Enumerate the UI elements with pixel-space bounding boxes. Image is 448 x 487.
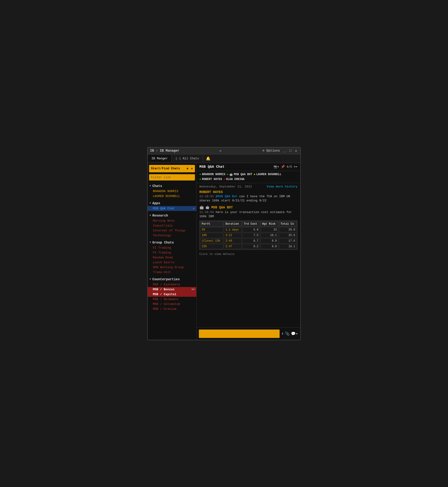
- sidebar-item-technology[interactable]: Technology: [148, 233, 196, 238]
- sidebar-item-spw-working-group[interactable]: SPW Working Group: [148, 265, 196, 270]
- section-header-apps[interactable]: ▼ Apps: [148, 200, 196, 206]
- participant-olga: ● OLGA ERKINA: [224, 178, 244, 181]
- cell-dur-2: 2:49: [224, 238, 242, 243]
- col-header-duration: Duration: [224, 221, 242, 227]
- cell-wgt-3: 8.8: [261, 244, 279, 249]
- section-header-research[interactable]: ▼ Research: [148, 213, 196, 218]
- cell-part-1: 10%: [200, 233, 223, 238]
- section-header-counterparties[interactable]: ▼ Counterparties: [148, 277, 196, 282]
- main-window: IB - IB Manager ⇔ ≡ Options _ □ ✕ IB Man…: [147, 147, 301, 340]
- status-dot-bot: ●: [227, 173, 228, 176]
- chat-date: Wednesday, September 21, 2022: [199, 185, 252, 188]
- col-header-part: Part%: [200, 221, 223, 227]
- title-bar-link-icon: ⇔: [219, 149, 221, 153]
- view-history-button[interactable]: View more history: [267, 185, 297, 188]
- sidebar-item-msb-bonzai[interactable]: MSB / Bonzai 1m: [148, 287, 196, 292]
- sidebar-section-counterparties: ▼ Counterparties MSB / Alphabeta MSB / B…: [148, 276, 196, 312]
- cell-total-3: 18.1: [279, 244, 297, 249]
- sidebar-item-brandon-norris[interactable]: BRANDON NORRIS: [148, 189, 196, 194]
- sidebar-item-msb-delaware[interactable]: MSB / Delaware: [148, 297, 196, 302]
- chevron-down-icon: ▼: [150, 214, 151, 217]
- sidebar-item-fi-trading[interactable]: FI Trading: [148, 245, 196, 250]
- camera-icon[interactable]: 📷▾: [273, 165, 279, 169]
- participant-name-robert: ROBERT HAYES: [202, 178, 222, 181]
- sidebar-item-msb-ultimatum[interactable]: MSB / Ultimatum: [148, 302, 196, 306]
- sidebar-section-apps: ▼ Apps MSB Q&A Chat ✕: [148, 200, 196, 212]
- message-msb-bot: 🤖 🤖 MSB Q&A BOT 11:18:54 here is your tr…: [199, 205, 297, 258]
- bot-avatar-icon: 🤖: [199, 205, 204, 210]
- main-layout: Start/Find Chats + ▾ Filter List ▼ Chats…: [148, 163, 300, 340]
- cell-dur-0: 1.1 days: [224, 227, 242, 232]
- cell-wgt-0: 23: [261, 227, 279, 232]
- chat-send-icon[interactable]: 💬▾: [291, 331, 298, 336]
- tab-ib-manager[interactable]: IB Manger: [148, 155, 172, 162]
- tab-all-chats[interactable]: (·) All Chats: [172, 155, 203, 162]
- close-app-icon[interactable]: ✕: [193, 207, 194, 210]
- sidebar-item-msb-alphabeta[interactable]: MSB / Alphabeta: [148, 282, 196, 287]
- status-dot-lauren: ●: [254, 173, 255, 176]
- chat-header: MSB Q&A Chat 📷▾ 📌 4/5 ≡▾: [197, 163, 300, 171]
- sidebar-item-industrials[interactable]: Industrials: [148, 223, 196, 228]
- bot-sender-line: 🤖 🤖 MSB Q&A BOT: [199, 205, 297, 210]
- title-bar: IB - IB Manager ⇔ ≡ Options _ □ ✕: [148, 147, 300, 154]
- cell-total-1: 25.6: [279, 233, 297, 238]
- sidebar-item-fx-trading[interactable]: FX Trading: [148, 250, 196, 255]
- chat-input[interactable]: [199, 329, 280, 338]
- cell-part-2: (Close) 13%: [200, 238, 223, 243]
- participant-name-lauren: LAUREN BUSHNELL: [256, 173, 281, 176]
- chat-input-bar: ⬇ 📎 💬▾: [197, 327, 300, 340]
- sidebar-item-lauren-bushnell[interactable]: LAUREN BUSHNELL: [148, 194, 196, 199]
- chat-area: MSB Q&A Chat 📷▾ 📌 4/5 ≡▾ ● BRANDON NORRI…: [197, 163, 300, 340]
- cell-dur-3: 2:47: [224, 244, 242, 249]
- minimize-button[interactable]: _: [283, 149, 287, 152]
- add-chat-button[interactable]: + ▾: [186, 166, 193, 171]
- bell-icon[interactable]: 🔔: [203, 154, 213, 163]
- table-row[interactable]: 5% 1.1 days 5.9 23 28.8: [200, 227, 297, 232]
- cell-trd-1: 7.5: [242, 233, 260, 238]
- col-header-total-co: Total Co: [279, 221, 297, 227]
- col-header-wgt-risk: Wgt Risk: [261, 221, 279, 227]
- section-header-chats[interactable]: ▼ Chats: [148, 183, 196, 189]
- chat-participants: ● BRANDON NORRIS ● 🤖 MSB Q&A BOT ● LAURE…: [197, 171, 300, 183]
- cell-part-0: 5%: [200, 227, 223, 232]
- badge-bonzai: 1m: [192, 288, 194, 291]
- sidebar: Start/Find Chats + ▾ Filter List ▼ Chats…: [148, 163, 197, 340]
- sidebar-item-msb-qa-chat[interactable]: MSB Q&A Chat ✕: [148, 206, 196, 211]
- sidebar-item-trama-unit[interactable]: Trama Unit: [148, 270, 196, 275]
- paperclip-icon[interactable]: 📎: [285, 331, 290, 336]
- tca-click-label[interactable]: Click to view details: [199, 252, 297, 258]
- table-row[interactable]: (Close) 13% 2:49 8.7 8.9 17.6: [200, 238, 297, 243]
- table-row[interactable]: 15% 2:47 9.2 8.8 18.1: [200, 244, 297, 249]
- arrow-down-icon[interactable]: ⬇: [281, 331, 284, 336]
- start-find-chats-button[interactable]: Start/Find Chats + ▾: [149, 165, 195, 172]
- chevron-down-icon: ▼: [150, 241, 151, 244]
- status-dot-brandon: ●: [199, 173, 201, 176]
- close-button[interactable]: ✕: [294, 149, 298, 153]
- chevron-down-icon: ▼: [150, 202, 151, 204]
- chat-menu-icon[interactable]: ≡▾: [294, 165, 297, 169]
- sidebar-item-lunch-alerts[interactable]: Lunch Alerts: [148, 260, 196, 265]
- sidebar-item-msb-uranium[interactable]: MSB / Uranium: [148, 306, 196, 311]
- filter-list-input[interactable]: Filter List: [149, 174, 195, 181]
- table-row[interactable]: 10% 3:12 7.5 18.1 25.6: [200, 233, 297, 238]
- maximize-button[interactable]: □: [288, 149, 292, 152]
- sidebar-item-msb-capital[interactable]: MSB / Capital: [148, 292, 196, 297]
- tca-table: Part% Duration Trd Cost Wgt Risk Total C…: [199, 221, 297, 250]
- sidebar-item-morning-note[interactable]: Morning Note: [148, 218, 196, 223]
- message-time-robert: 11:18:51: [199, 195, 214, 198]
- message-text-bot: 11:18:54 here is your transaction cost e…: [199, 210, 297, 219]
- cell-dur-1: 3:12: [224, 233, 242, 238]
- participant-msb-bot: ● 🤖 MSB Q&A BOT: [227, 173, 252, 176]
- sidebar-item-random-room[interactable]: Random Room: [148, 255, 196, 260]
- section-header-group-chats[interactable]: ▼ Group Chats: [148, 240, 196, 245]
- participant-robert: ● ROBERT HAYES: [199, 178, 222, 181]
- cell-trd-0: 5.9: [242, 227, 260, 232]
- pin-count: 📌: [281, 165, 285, 169]
- chat-title: MSB Q&A Chat: [199, 165, 224, 169]
- status-dot-robert: ●: [199, 178, 201, 181]
- sidebar-item-internet-of-things[interactable]: Internet of Things: [148, 228, 196, 233]
- participant-brandon: ● BRANDON NORRIS: [199, 173, 225, 176]
- cell-wgt-1: 18.1: [261, 233, 279, 238]
- options-button[interactable]: ≡ Options: [261, 149, 281, 152]
- sidebar-section-chats: ▼ Chats BRANDON NORRIS LAUREN BUSHNELL: [148, 182, 196, 200]
